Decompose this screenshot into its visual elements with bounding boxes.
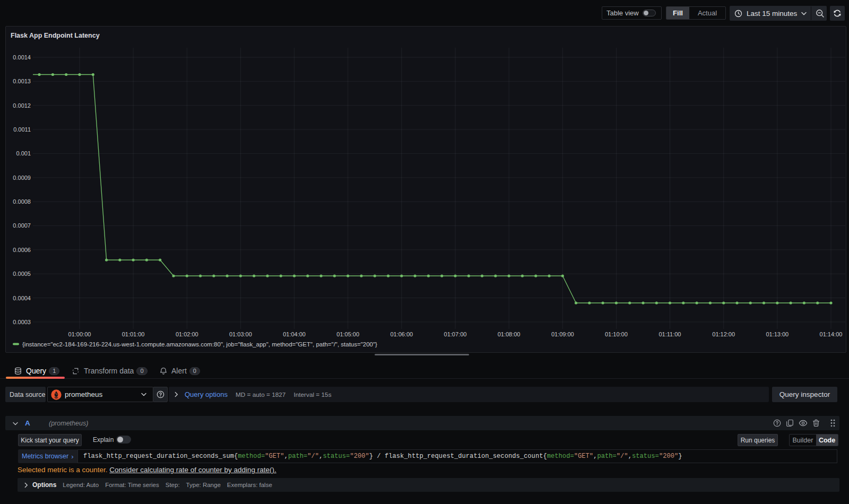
svg-text:0.0011: 0.0011 <box>13 126 31 133</box>
svg-text:01:07:00: 01:07:00 <box>444 331 467 337</box>
svg-text:01:08:00: 01:08:00 <box>498 331 521 337</box>
svg-text:01:04:00: 01:04:00 <box>283 331 306 337</box>
svg-text:01:13:00: 01:13:00 <box>766 331 789 337</box>
svg-text:01:01:00: 01:01:00 <box>122 331 145 337</box>
svg-text:01:02:00: 01:02:00 <box>176 331 198 337</box>
svg-text:0.0003: 0.0003 <box>13 319 31 325</box>
svg-text:0.0004: 0.0004 <box>13 295 31 301</box>
svg-text:0.0006: 0.0006 <box>13 247 31 253</box>
svg-text:01:09:00: 01:09:00 <box>551 331 574 337</box>
svg-text:01:10:00: 01:10:00 <box>605 331 628 337</box>
svg-text:0.0005: 0.0005 <box>13 271 31 277</box>
svg-text:01:14:00: 01:14:00 <box>820 331 843 337</box>
svg-text:01:06:00: 01:06:00 <box>390 331 413 337</box>
svg-text:01:03:00: 01:03:00 <box>229 331 252 337</box>
svg-text:01:05:00: 01:05:00 <box>336 331 359 337</box>
svg-text:0.0012: 0.0012 <box>13 102 31 109</box>
svg-text:0.0014: 0.0014 <box>13 54 31 60</box>
svg-text:01:11:00: 01:11:00 <box>659 331 681 337</box>
svg-text:0.0007: 0.0007 <box>13 222 31 229</box>
svg-text:0.0009: 0.0009 <box>13 175 31 181</box>
svg-text:01:12:00: 01:12:00 <box>712 331 735 337</box>
svg-text:0.0008: 0.0008 <box>13 198 31 205</box>
svg-text:01:00:00: 01:00:00 <box>68 331 91 337</box>
svg-text:{instance="ec2-184-169-216-224: {instance="ec2-184-169-216-224.us-west-1… <box>22 341 377 347</box>
svg-text:0.001: 0.001 <box>16 150 31 157</box>
svg-text:0.0013: 0.0013 <box>13 78 31 84</box>
